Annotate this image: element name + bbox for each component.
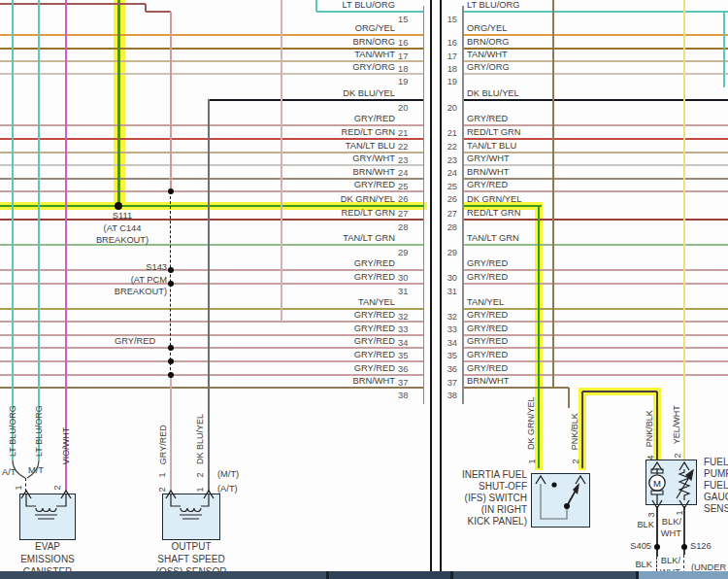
- brace-curve-right: [27, 460, 39, 478]
- diagram-symbol-layer: M: [0, 0, 728, 579]
- fuel-gauge-resistor-icon: [677, 469, 693, 500]
- fuel-pump-motor-icon: M: [649, 468, 665, 505]
- motor-letter: M: [653, 478, 661, 489]
- wiring-diagram-canvas: LT BLU/ORG15LT BLU/ORG15ORG/YEL16ORG/YEL…: [0, 0, 728, 579]
- oss-coil-icon: [171, 494, 209, 519]
- brace-curve-left: [13, 460, 25, 478]
- evap-coil-icon: [26, 494, 66, 519]
- connector-arrow-icons: [21, 462, 689, 508]
- ifs-switch-icon: [541, 482, 579, 519]
